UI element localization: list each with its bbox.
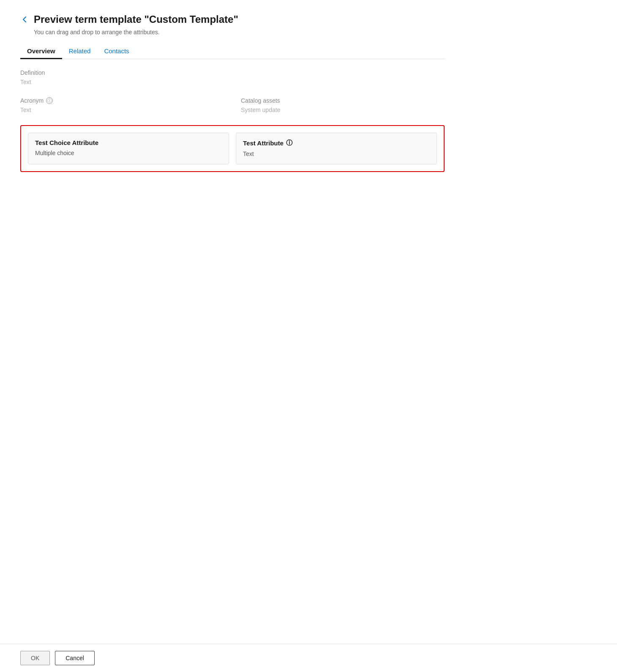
cancel-button[interactable]: Cancel bbox=[55, 651, 95, 665]
attribute-card-0: Test Choice Attribute Multiple choice bbox=[28, 133, 229, 164]
bottom-bar: OK Cancel bbox=[0, 644, 617, 672]
attributes-highlight-box: Test Choice Attribute Multiple choice Te… bbox=[20, 125, 445, 172]
definition-row: Definition Text bbox=[20, 69, 445, 85]
attribute-info-icon-1: ⓘ bbox=[286, 139, 292, 147]
ok-button[interactable]: OK bbox=[20, 651, 50, 665]
definition-value: Text bbox=[20, 79, 445, 85]
attributes-grid: Test Choice Attribute Multiple choice Te… bbox=[28, 133, 437, 164]
catalog-assets-group: Catalog assets System update bbox=[241, 97, 445, 113]
attribute-card-title-1: Test Attribute ⓘ bbox=[243, 139, 430, 147]
fields-section: Definition Text Acronym ⓘ Text Catalog a… bbox=[20, 69, 445, 172]
tab-overview[interactable]: Overview bbox=[20, 44, 62, 59]
acronym-group: Acronym ⓘ Text bbox=[20, 97, 224, 113]
back-button[interactable] bbox=[20, 15, 29, 24]
tab-contacts[interactable]: Contacts bbox=[97, 44, 136, 59]
page-subtitle: You can drag and drop to arrange the att… bbox=[34, 29, 445, 36]
definition-label: Definition bbox=[20, 69, 445, 76]
attribute-card-value-1: Text bbox=[243, 150, 430, 157]
acronym-catalog-row: Acronym ⓘ Text Catalog assets System upd… bbox=[20, 97, 445, 113]
attribute-card-title-0: Test Choice Attribute bbox=[35, 139, 222, 146]
acronym-label: Acronym ⓘ bbox=[20, 97, 224, 104]
tabs-bar: Overview Related Contacts bbox=[20, 44, 445, 59]
page-title: Preview term template "Custom Template" bbox=[34, 14, 238, 25]
definition-group: Definition Text bbox=[20, 69, 445, 85]
acronym-info-icon: ⓘ bbox=[46, 97, 53, 104]
attribute-card-1: Test Attribute ⓘ Text bbox=[236, 133, 437, 164]
attribute-card-value-0: Multiple choice bbox=[35, 150, 222, 156]
acronym-value: Text bbox=[20, 107, 224, 113]
catalog-assets-value: System update bbox=[241, 107, 445, 113]
catalog-assets-label: Catalog assets bbox=[241, 97, 445, 104]
tab-related[interactable]: Related bbox=[62, 44, 98, 59]
